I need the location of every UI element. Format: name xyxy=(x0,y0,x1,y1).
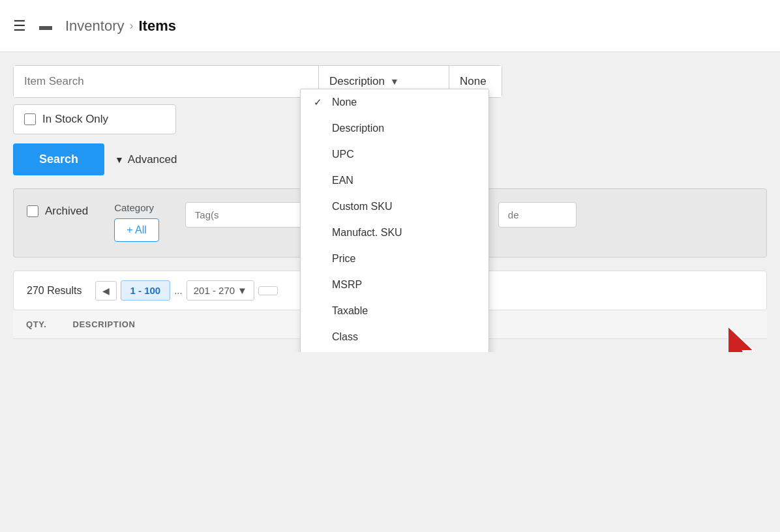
dropdown-item-label: Price xyxy=(332,253,355,265)
dropdown-item[interactable]: Class xyxy=(301,324,488,350)
dropdown-item-label: Class xyxy=(332,331,358,343)
page-dropdown-label: 201 - 270 xyxy=(194,285,235,296)
all-button[interactable]: + All xyxy=(114,218,159,242)
dropdown-item[interactable]: Brand xyxy=(301,350,488,352)
main-content: Description ▼ None In Stock Only Search … xyxy=(0,52,780,352)
breadcrumb-separator: › xyxy=(130,19,134,33)
tags-section xyxy=(185,202,303,228)
in-stock-row: In Stock Only xyxy=(13,104,176,134)
page-last xyxy=(258,286,278,295)
page-dropdown[interactable]: 201 - 270 ▼ xyxy=(187,280,254,301)
tags-input[interactable] xyxy=(185,202,303,228)
archived-label: Archived xyxy=(45,205,88,218)
hamburger-icon[interactable]: ☰ xyxy=(13,18,26,35)
page-nav: ◀ 1 - 100 ... 201 - 270 ▼ xyxy=(95,280,278,301)
item-search-input[interactable] xyxy=(14,66,319,97)
dropdown-item[interactable]: Taxable xyxy=(301,298,488,324)
dropdown-item-label: Description xyxy=(332,123,384,134)
dropdown-item[interactable]: Price xyxy=(301,246,488,272)
breadcrumb-items: Items xyxy=(139,18,176,35)
breadcrumb-inventory: Inventory xyxy=(65,18,125,35)
results-count: 270 Results xyxy=(27,285,82,297)
dropdown-item-label: Taxable xyxy=(332,305,368,317)
description-select-label: Description xyxy=(329,75,385,88)
dropdown-item[interactable]: ✓None xyxy=(301,89,488,115)
dropdown-item-label: None xyxy=(332,96,357,108)
svg-marker-0 xyxy=(728,326,754,352)
breadcrumb: Inventory › Items xyxy=(65,18,176,35)
dropdown-item-label: Custom SKU xyxy=(332,201,392,213)
category-label: Category xyxy=(114,202,159,213)
search-button[interactable]: Search xyxy=(13,143,104,175)
page-current: 1 - 100 xyxy=(121,280,171,301)
code-section xyxy=(498,202,577,228)
code-input[interactable] xyxy=(498,202,577,228)
advanced-arrow-icon: ▼ xyxy=(115,155,124,165)
dropdown-item[interactable]: Description xyxy=(301,115,488,141)
page-dropdown-chevron-icon: ▼ xyxy=(237,285,247,296)
archived-checkbox[interactable] xyxy=(27,205,38,217)
dropdown-item[interactable]: EAN xyxy=(301,168,488,194)
col-qty: QTY. xyxy=(26,319,47,329)
archived-row: Archived xyxy=(27,205,88,218)
in-stock-label: In Stock Only xyxy=(42,113,108,126)
dropdown-overlay: ✓NoneDescriptionUPCEANCustom SKUManufact… xyxy=(300,89,489,352)
category-section: Category + All xyxy=(114,202,159,242)
page-ellipsis: ... xyxy=(174,285,183,296)
inventory-icon: ▬ xyxy=(39,18,52,33)
advanced-label: Advanced xyxy=(128,153,177,166)
dropdown-item-label: UPC xyxy=(332,149,354,160)
dropdown-item[interactable]: MSRP xyxy=(301,272,488,298)
dropdown-item[interactable]: Custom SKU xyxy=(301,194,488,220)
dropdown-item[interactable]: UPC xyxy=(301,141,488,168)
dropdown-item[interactable]: Manufact. SKU xyxy=(301,220,488,246)
app-header: ☰ ▬ Inventory › Items xyxy=(0,0,780,52)
col-description: DESCRIPTION xyxy=(73,319,136,329)
dropdown-item-label: Manufact. SKU xyxy=(332,227,402,239)
dropdown-item-label: MSRP xyxy=(332,279,362,291)
advanced-toggle[interactable]: ▼ Advanced xyxy=(115,153,177,166)
checkmark-icon: ✓ xyxy=(314,96,325,108)
page-prev-button[interactable]: ◀ xyxy=(95,281,117,301)
chevron-down-icon: ▼ xyxy=(390,76,399,87)
dropdown-item-label: EAN xyxy=(332,175,353,186)
in-stock-checkbox[interactable] xyxy=(24,113,36,125)
